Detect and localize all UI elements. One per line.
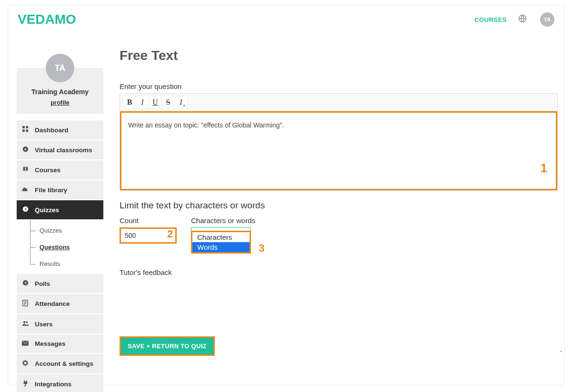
profile-box: TA Training Academy profile <box>17 68 103 114</box>
nav-courses-link[interactable]: COURSES <box>474 16 507 23</box>
question-textarea[interactable]: Write an essay on topic: "effects of Glo… <box>120 111 557 190</box>
count-label: Count <box>120 216 177 225</box>
sidebar-label: Virtual classrooms <box>35 147 92 154</box>
sidebar-item-polls[interactable]: ? Polls <box>17 274 103 294</box>
avatar-small[interactable]: TA <box>540 12 554 27</box>
sidebar-item-messages[interactable]: Messages <box>17 334 103 354</box>
sidebar-item-file-library[interactable]: File library <box>17 180 103 200</box>
editor: B I U S Ix Write an essay on topic: "eff… <box>120 93 558 191</box>
annotation-1: 1 <box>541 161 547 176</box>
chars-words-dropdown: Characters Words <box>191 231 251 254</box>
sidebar-label: Users <box>35 321 53 328</box>
envelope-icon <box>21 340 29 347</box>
dropdown-option-characters[interactable]: Characters <box>192 232 250 242</box>
chars-words-label: Characters or words <box>191 216 255 225</box>
svg-rect-4 <box>26 129 28 132</box>
svg-point-16 <box>26 321 28 323</box>
sidebar-item-courses[interactable]: Courses <box>17 160 103 180</box>
app-header: VEDAMO COURSES TA <box>8 5 564 34</box>
scroll-indicator: • <box>560 349 562 354</box>
enter-question-label: Enter your question <box>120 82 560 90</box>
sidebar-label: Dashboard <box>35 127 69 134</box>
globe-icon[interactable] <box>518 14 527 25</box>
page-title: Free Text <box>120 48 560 63</box>
sidebar-label: Attendance <box>35 300 70 307</box>
question-icon: ? <box>21 206 29 214</box>
sidebar-label: Account & settings <box>35 360 93 367</box>
svg-rect-1 <box>22 126 25 128</box>
submenu-item-quizzes[interactable]: Quizzes <box>30 222 103 239</box>
sidebar-item-account-settings[interactable]: Account & settings <box>17 354 103 374</box>
underline-button[interactable]: U <box>149 96 162 109</box>
question-icon: ? <box>21 280 29 287</box>
org-name: Training Academy <box>21 88 99 96</box>
users-icon <box>21 320 29 328</box>
book-icon <box>21 166 29 174</box>
save-return-button[interactable]: SAVE + RETURN TO QUIZ <box>120 336 215 356</box>
document-icon <box>21 300 29 308</box>
sidebar-item-quizzes[interactable]: ? Quizzes <box>17 200 103 220</box>
dropdown-option-words[interactable]: Words <box>192 242 250 252</box>
svg-rect-2 <box>26 126 28 128</box>
svg-point-15 <box>23 321 26 323</box>
feedback-label: Tutor's feedback <box>120 268 560 276</box>
sidebar-label: Quizzes <box>35 206 59 214</box>
svg-text:?: ? <box>24 207 27 212</box>
quizzes-submenu: Quizzes Questions Results <box>17 220 103 274</box>
italic-button[interactable]: I <box>136 96 149 109</box>
sidebar-label: Integrations <box>35 381 71 388</box>
sidebar-item-users[interactable]: Users <box>17 314 103 334</box>
annotation-2: 2 <box>167 228 173 240</box>
profile-link[interactable]: profile <box>50 99 70 106</box>
sidebar-item-attendance[interactable]: Attendance <box>17 294 103 314</box>
logo[interactable]: VEDAMO <box>18 12 76 27</box>
sidebar-label: Polls <box>35 280 50 287</box>
sidebar: TA Training Academy profile Dashboard <box>17 68 103 385</box>
main-content: Free Text Enter your question B I U S Ix… <box>103 34 564 385</box>
dashboard-icon <box>21 126 29 134</box>
avatar-large: TA <box>46 54 74 82</box>
clear-format-button[interactable]: Ix <box>174 96 188 109</box>
sidebar-label: File library <box>35 186 67 194</box>
svg-rect-3 <box>22 129 25 132</box>
bold-button[interactable]: B <box>123 96 136 109</box>
gear-icon <box>21 360 29 368</box>
sidebar-item-dashboard[interactable]: Dashboard <box>17 120 103 140</box>
editor-toolbar: B I U S Ix <box>120 94 557 111</box>
plug-icon <box>21 380 29 388</box>
question-text: Write an essay on topic: "effects of Glo… <box>128 121 284 129</box>
svg-text:?: ? <box>24 281 27 285</box>
sidebar-label: Courses <box>35 167 60 174</box>
annotation-3: 3 <box>259 242 264 255</box>
sidebar-item-virtual-classrooms[interactable]: Virtual classrooms <box>17 140 103 160</box>
sidebar-item-integrations[interactable]: Integrations <box>17 374 103 392</box>
play-icon <box>21 146 29 154</box>
submenu-item-questions[interactable]: Questions <box>30 239 103 255</box>
sidebar-label: Messages <box>35 340 66 347</box>
cloud-icon <box>21 186 29 194</box>
limit-section-title: Limit the text by characters or words <box>120 200 560 211</box>
submenu-item-results[interactable]: Results <box>30 255 103 272</box>
strikethrough-button[interactable]: S <box>161 96 175 109</box>
